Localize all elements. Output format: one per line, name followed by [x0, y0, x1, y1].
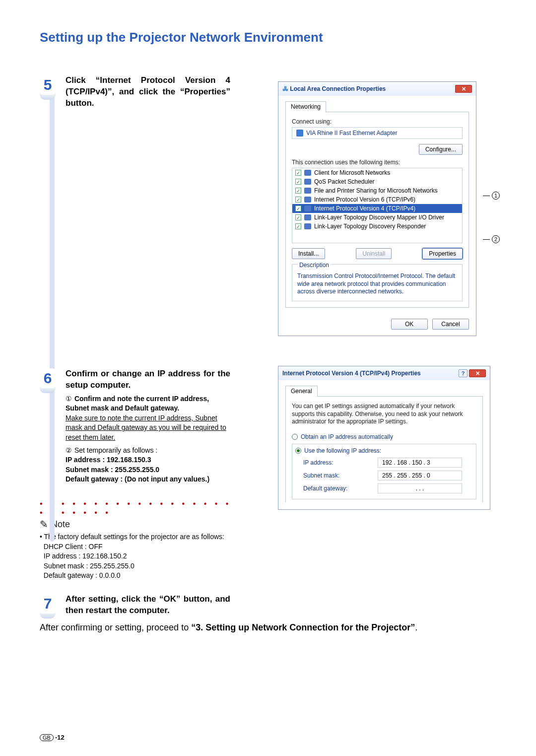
- step-6: 6 Confirm or change an IP address for th…: [40, 368, 238, 484]
- service-icon: [304, 197, 311, 203]
- step6-ip: IP address : 192.168.150.3: [66, 456, 151, 464]
- service-icon: [304, 223, 311, 229]
- note-bullet: •: [40, 533, 42, 541]
- step-5-number: 5: [40, 75, 56, 95]
- step-5-head: Click “Internet Protocol Version 4 (TCP/…: [66, 75, 230, 109]
- uses-label: This connection uses the following items…: [292, 159, 463, 166]
- uninstall-button: Uninstall: [356, 248, 392, 259]
- step6-item2-head: Set temporarily as follows :: [74, 446, 157, 454]
- page-title: Setting up the Projector Network Environ…: [40, 30, 496, 45]
- step6-gw: Default gateway : (Do not input any valu…: [66, 475, 209, 483]
- callout-2: — 2: [483, 235, 500, 243]
- step-7-number: 7: [40, 594, 56, 614]
- service-icon: [304, 214, 311, 220]
- list-item[interactable]: ✓File and Printer Sharing for Microsoft …: [292, 186, 462, 195]
- step-7: 7 After setting, click the “OK” button, …: [40, 594, 238, 617]
- close-icon[interactable]: ✕: [455, 85, 472, 93]
- tab-networking[interactable]: Networking: [285, 101, 326, 112]
- configure-button[interactable]: Configure...: [419, 144, 463, 155]
- note-intro: The factory default settings for the pro…: [44, 533, 224, 541]
- list-item[interactable]: ✓QoS Packet Scheduler: [292, 177, 462, 186]
- step6-item1-head: Confirm and note the current IP address,…: [66, 395, 209, 412]
- note-l4: Default gateway : 0.0.0.0: [44, 571, 121, 579]
- note-icon: ✎: [40, 518, 48, 530]
- callout-1: — 1: [483, 191, 500, 200]
- checkbox-icon[interactable]: ✓: [295, 197, 301, 203]
- step6-item1-note: Make sure to note the current IP address…: [66, 414, 226, 441]
- note-l1: DHCP Client : OFF: [44, 543, 103, 550]
- list-item[interactable]: ✓Internet Protocol Version 6 (TCP/IPv6): [292, 195, 462, 204]
- service-icon: [304, 206, 311, 211]
- list-item[interactable]: ✓Client for Microsoft Networks: [292, 168, 462, 177]
- mask-field[interactable]: 255 . 255 . 255 . 0: [378, 471, 462, 481]
- mask-row: Subnet mask:255 . 255 . 255 . 0: [292, 469, 476, 482]
- note-l3: Subnet mask : 255.255.255.0: [44, 562, 134, 570]
- ipv4-properties-dialog: Internet Protocol Version 4 (TCP/IPv4) P…: [278, 366, 490, 510]
- note-l2: IP address : 192.168.150.2: [44, 552, 127, 560]
- win2-intro: You can get IP settings assigned automat…: [292, 403, 476, 426]
- checkbox-icon[interactable]: ✓: [295, 206, 301, 211]
- note-divider: • • • • • • • • • • • • • • • • • • • • …: [40, 499, 238, 517]
- connection-items-list[interactable]: ✓Client for Microsoft Networks ✓QoS Pack…: [292, 168, 463, 243]
- checkbox-icon[interactable]: ✓: [295, 223, 301, 229]
- network-icon: 🖧: [282, 85, 288, 92]
- step6-circ2: ②: [66, 446, 72, 456]
- connect-using-label: Connect using:: [292, 118, 463, 125]
- service-icon: [304, 179, 311, 185]
- note-heading: ✎ Note: [40, 518, 238, 530]
- cancel-button[interactable]: Cancel: [432, 319, 469, 330]
- ip-row: IP address:192 . 168 . 150 . 3: [292, 456, 476, 469]
- step-6-number: 6: [40, 368, 56, 388]
- step-5: 5 Click “Internet Protocol Version 4 (TC…: [40, 75, 238, 109]
- adapter-field[interactable]: VIA Rhine II Fast Ethernet Adapter: [292, 127, 463, 139]
- radio-auto[interactable]: Obtain an IP address automatically: [292, 432, 476, 442]
- after-text: After confirming or setting, proceed to …: [40, 621, 496, 634]
- help-icon[interactable]: ?: [459, 369, 468, 377]
- ok-button[interactable]: OK: [391, 319, 428, 330]
- checkbox-icon[interactable]: ✓: [295, 188, 301, 194]
- install-button[interactable]: Install...: [292, 248, 325, 259]
- list-item[interactable]: ✓Link-Layer Topology Discovery Responder: [292, 222, 462, 231]
- win1-title: Local Area Connection Properties: [290, 85, 386, 92]
- page-number: GB-12: [40, 734, 65, 741]
- checkbox-icon[interactable]: ✓: [295, 179, 301, 185]
- service-icon: [304, 188, 311, 194]
- properties-button[interactable]: Properties: [422, 248, 463, 259]
- gw-field[interactable]: . . .: [378, 483, 462, 493]
- lac-properties-dialog: 🖧 Local Area Connection Properties ✕ Net…: [278, 81, 476, 336]
- checkbox-icon[interactable]: ✓: [295, 170, 301, 176]
- radio-icon[interactable]: [292, 434, 298, 440]
- close-icon[interactable]: ✕: [469, 369, 486, 377]
- gw-row: Default gateway:. . .: [292, 482, 476, 495]
- step-7-head: After setting, click the “OK” button, an…: [66, 594, 230, 617]
- ip-field[interactable]: 192 . 168 . 150 . 3: [378, 458, 462, 468]
- adapter-icon: [296, 130, 303, 137]
- checkbox-icon[interactable]: ✓: [295, 214, 301, 220]
- step6-mask: Subnet mask : 255.255.255.0: [66, 466, 159, 474]
- service-icon: [304, 170, 311, 176]
- list-item-ipv4[interactable]: ✓Internet Protocol Version 4 (TCP/IPv4): [292, 204, 462, 213]
- description-legend: Description: [297, 262, 331, 269]
- radio-static[interactable]: Use the following IP address:: [292, 447, 476, 456]
- radio-icon[interactable]: [295, 448, 301, 454]
- win2-title: Internet Protocol Version 4 (TCP/IPv4) P…: [282, 370, 421, 377]
- step6-circ1: ①: [66, 394, 72, 404]
- list-item[interactable]: ✓Link-Layer Topology Discovery Mapper I/…: [292, 213, 462, 222]
- tab-general[interactable]: General: [285, 386, 318, 397]
- description-text: Transmission Control Protocol/Internet P…: [297, 273, 457, 296]
- step-6-head: Confirm or change an IP address for the …: [66, 368, 230, 391]
